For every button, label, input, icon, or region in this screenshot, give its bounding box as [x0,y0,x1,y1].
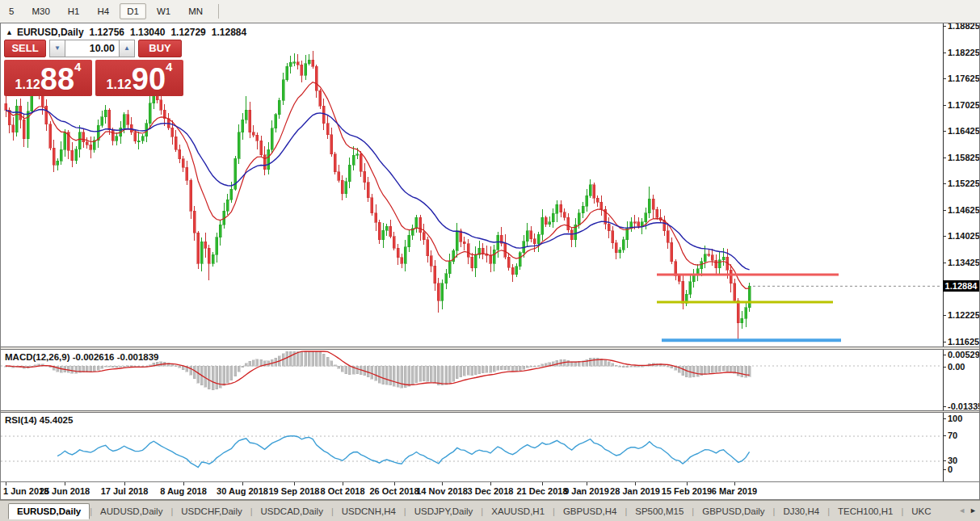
timeframe-toolbar: 5M30H1H4D1W1MN [0,0,980,23]
price-axis-label: 1.14025 [948,231,979,241]
chart-tab-usdcnh[interactable]: USDCNH,H4 [334,504,404,519]
macd-axis-tick [943,406,946,407]
rsi-pane[interactable]: RSI(14) 45.4025 10070300 [1,413,979,481]
rsi-axis-tick [943,460,946,461]
chart-tab-dj30[interactable]: DJ30,H4 [775,504,827,519]
date-tick [242,482,243,485]
date-label: 28 Jan 2019 [610,486,660,496]
date-tick [587,482,587,485]
timeframe-button-mn[interactable]: MN [181,3,210,19]
date-tick [65,482,65,485]
date-tick [183,482,184,485]
rsi-axis-tick [943,418,946,419]
date-tick [343,482,343,485]
macd-axis-label: -0.013353 [948,401,979,410]
macd-axis-label: 0.005294 [948,350,979,359]
date-axis[interactable]: 1 Jun 201825 Jun 201817 Jul 20188 Aug 20… [1,481,979,499]
buy-quote-box[interactable]: 1.12 90 4 [95,60,183,96]
price-axis-label: 1.12225 [948,310,979,320]
tab-scroll-buttons: ◄► [958,506,977,515]
rsi-axis-tick [943,469,946,470]
price-axis-tick [943,315,946,316]
price-axis-tick [943,236,946,237]
one-click-trading-panel: SELL ▼ ▲ BUY 1.12 88 4 1.12 90 [4,40,183,96]
price-axis-tick [943,158,946,158]
sell-button[interactable]: SELL [4,40,46,57]
volume-decrease-button[interactable]: ▼ [49,40,65,57]
tab-scroll-left-icon[interactable]: ◄ [958,506,965,515]
tab-scroll-right-icon[interactable]: ► [969,506,977,515]
timeframe-button-h4[interactable]: H4 [90,3,116,19]
date-label: 8 Oct 2018 [320,486,364,496]
rsi-axis-label: 0 [948,464,953,474]
chart-tab-sp500[interactable]: SP500,M15 [627,504,692,519]
chart-ohlc-header: ▲ EURUSD,Daily 1.12756 1.13040 1.12729 1… [6,27,246,38]
chart-tab-usdjpy[interactable]: USDJPY,Daily [406,504,482,519]
chart-tab-usdcad[interactable]: USDCAD,Daily [253,504,331,519]
chart-tab-tech100[interactable]: TECH100,H1 [830,504,901,519]
macd-axis[interactable]: 0.0052940.00-0.013353 [943,350,979,410]
macd-pane[interactable]: MACD(12,26,9) -0.002616 -0.001839 0.0052… [1,350,979,410]
date-label: 15 Feb 2019 [662,486,712,496]
date-tick [490,482,491,485]
date-tick [734,482,735,485]
rsi-chart[interactable] [1,413,942,481]
price-axis-label: 1.11625 [948,337,979,347]
price-axis-tick [943,26,946,27]
chart-tab-bar: EURUSD,Daily|AUDUSD,Daily|USDCHF,Daily|U… [0,500,980,521]
volume-input[interactable] [65,40,119,57]
rsi-axis[interactable]: 10070300 [943,413,979,481]
date-label: 14 Nov 2018 [416,486,468,496]
rsi-axis-label: 70 [948,431,957,440]
date-tick [542,482,543,485]
chart-tab-audusd[interactable]: AUDUSD,Daily [92,504,170,519]
volume-increase-button[interactable]: ▲ [119,40,135,57]
chart-tab-xauusd[interactable]: XAUUSD,H1 [483,504,553,519]
chart-tab-gbpusd[interactable]: GBPUSD,H4 [555,504,625,519]
chart-tab-usdchf[interactable]: USDCHF,Daily [173,504,250,519]
timeframe-button-m30[interactable]: M30 [24,3,57,19]
buy-button[interactable]: BUY [138,40,182,57]
price-axis-label: 1.15825 [948,153,979,162]
toolbar-separator [218,4,219,19]
trade-panel-quotes: 1.12 88 4 1.12 90 4 [4,60,183,96]
timeframe-button-5[interactable]: 5 [2,3,21,19]
date-tick [294,482,295,485]
macd-axis-tick [943,367,946,368]
ohlc-low: 1.12729 [170,27,205,38]
price-axis-label: 1.16425 [948,126,979,136]
price-axis-label: 1.18825 [948,23,979,31]
date-label: 21 Dec 2018 [517,486,568,496]
date-label: 17 Jul 2018 [101,486,149,496]
current-price-tag: 1.12884 [943,280,979,292]
price-axis-label: 1.18225 [948,48,979,57]
date-label: 8 Aug 2018 [160,486,207,496]
macd-header: MACD(12,26,9) -0.002616 -0.001839 [5,352,159,362]
chart-tab-gbpusd[interactable]: GBPUSD,Daily [694,504,772,519]
sell-quote-box[interactable]: 1.12 88 4 [4,60,92,96]
chart-tab-eurusd[interactable]: EURUSD,Daily [8,503,90,519]
chart-tab-ukc[interactable]: UKC [903,504,939,519]
timeframe-button-w1[interactable]: W1 [149,3,178,19]
chart-symbol-title: EURUSD,Daily [17,27,84,38]
price-chart-pane[interactable]: ▲ EURUSD,Daily 1.12756 1.13040 1.12729 1… [1,23,979,347]
sell-price-big: 88 [40,65,74,93]
buy-price-big: 90 [132,65,166,93]
trade-panel-controls: SELL ▼ ▲ BUY [4,40,183,57]
date-label: 30 Aug 2018 [217,486,268,496]
price-axis-label: 1.17625 [948,74,979,83]
price-axis[interactable]: 1.188251.182251.176251.170251.164251.158… [943,23,979,347]
symbol-marker-icon: ▲ [6,28,13,36]
ema-fast-line[interactable] [6,82,750,288]
ohlc-close: 1.12884 [212,27,246,38]
timeframe-button-h1[interactable]: H1 [61,3,87,19]
macd-axis-label: 0.00 [948,362,965,372]
rsi-line[interactable] [57,436,750,468]
price-axis-tick [943,183,946,184]
date-label: 26 Oct 2018 [369,486,418,496]
date-label: 19 Sep 2018 [269,486,320,496]
timeframe-button-d1[interactable]: D1 [120,3,146,19]
rsi-axis-label: 100 [948,414,962,423]
date-tick [394,482,395,485]
date-tick [635,482,636,485]
